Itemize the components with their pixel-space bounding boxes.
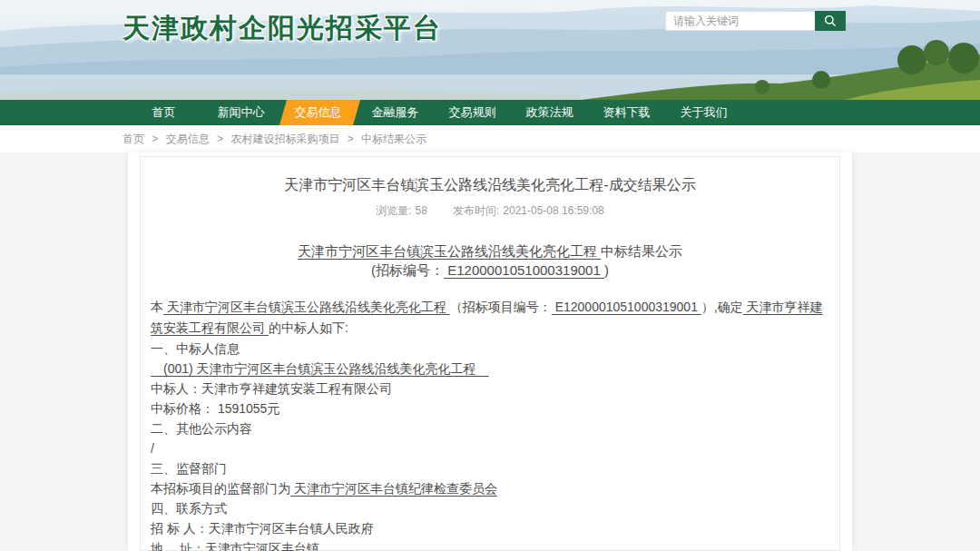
- section1-lot: (001) 天津市宁河区丰台镇滨玉公路线沿线美化亮化工程: [151, 359, 829, 379]
- tender-code-inline: E1200001051000319001: [552, 300, 701, 314]
- search-button[interactable]: [815, 11, 846, 31]
- supervision-dept-link: 天津市宁河区丰台镇纪律检查委员会: [290, 481, 497, 496]
- section2-title: 二、其他公示内容: [151, 418, 829, 438]
- breadcrumb-separator: >: [348, 133, 354, 145]
- header-banner: 天津政村企阳光招采平台: [0, 0, 980, 100]
- nav-item-policy[interactable]: 政策法规: [511, 100, 588, 125]
- nav-item-news[interactable]: 新闻中心: [202, 100, 279, 125]
- notice-heading-line2: (招标编号： E1200001051000319001 ): [151, 261, 829, 280]
- section4-address: 地 址：天津市宁河区丰台镇: [151, 538, 829, 551]
- section1-price: 中标价格： 1591055元: [151, 398, 829, 418]
- section1-title: 一、中标人信息: [151, 339, 829, 359]
- section3-dept: 本招标项目的监督部门为 天津市宁河区丰台镇纪律检查委员会: [151, 478, 829, 498]
- nav-item-trade-info[interactable]: 交易信息: [279, 100, 357, 125]
- notice-heading: 天津市宁河区丰台镇滨玉公路线沿线美化亮化工程 中标结果公示 (招标编号： E12…: [151, 241, 829, 280]
- section1-winner: 中标人：天津市亨祥建筑安装工程有限公司: [151, 379, 829, 398]
- search-bar: [665, 11, 846, 31]
- breadcrumb-trade-info[interactable]: 交易信息: [166, 133, 210, 145]
- site-title: 天津政村企阳光招采平台: [122, 10, 442, 47]
- nav-item-downloads[interactable]: 资料下载: [588, 100, 665, 125]
- nav-item-trade-rules[interactable]: 交易规则: [434, 100, 511, 125]
- notice-heading-line1: 天津市宁河区丰台镇滨玉公路线沿线美化亮化工程 中标结果公示: [151, 241, 829, 261]
- section4-bidder: 招 标 人：天津市宁河区丰台镇人民政府: [151, 518, 829, 538]
- nav-item-about[interactable]: 关于我们: [665, 100, 742, 125]
- breadcrumb: 首页 > 交易信息 > 农村建设招标采购项目 > 中标结果公示: [0, 125, 980, 153]
- page-body: 天津市宁河区丰台镇滨玉公路线沿线美化亮化工程-成交结果公示 浏览量:58发布时间…: [0, 153, 980, 551]
- breadcrumb-separator: >: [217, 133, 223, 145]
- content-panel: 天津市宁河区丰台镇滨玉公路线沿线美化亮化工程-成交结果公示 浏览量:58发布时间…: [128, 153, 852, 551]
- publish-time: 发布时间:2021-05-08 16:59:08: [453, 204, 604, 217]
- breadcrumb-separator: >: [152, 133, 158, 145]
- nav-item-home[interactable]: 首页: [125, 100, 202, 125]
- view-count: 浏览量:58: [376, 204, 427, 217]
- article-container: 天津市宁河区丰台镇滨玉公路线沿线美化亮化工程-成交结果公示 浏览量:58发布时间…: [140, 156, 840, 551]
- main-navigation: 首页 新闻中心 交易信息 金融服务 交易规则 政策法规 资料下载 关于我们: [0, 100, 980, 125]
- search-input[interactable]: [665, 11, 815, 31]
- breadcrumb-rural-projects[interactable]: 农村建设招标采购项目: [230, 133, 339, 145]
- article-title: 天津市宁河区丰台镇滨玉公路线沿线美化亮化工程-成交结果公示: [151, 175, 829, 195]
- search-icon: [823, 14, 838, 28]
- section2-content: /: [151, 438, 829, 458]
- nav-item-finance[interactable]: 金融服务: [357, 100, 434, 125]
- tender-code: E1200001051000319001: [444, 262, 604, 278]
- breadcrumb-home[interactable]: 首页: [122, 133, 144, 145]
- section4-title: 四、联系方式: [151, 498, 829, 518]
- intro-paragraph: 本 天津市宁河区丰台镇滨玉公路线沿线美化亮化工程 （招标项目编号： E12000…: [151, 297, 829, 339]
- breadcrumb-result-notice[interactable]: 中标结果公示: [361, 133, 426, 145]
- article-meta: 浏览量:58发布时间:2021-05-08 16:59:08: [151, 203, 829, 219]
- project-name-link: 天津市宁河区丰台镇滨玉公路线沿线美化亮化工程: [163, 300, 450, 314]
- section3-title: 三、监督部门: [151, 458, 829, 478]
